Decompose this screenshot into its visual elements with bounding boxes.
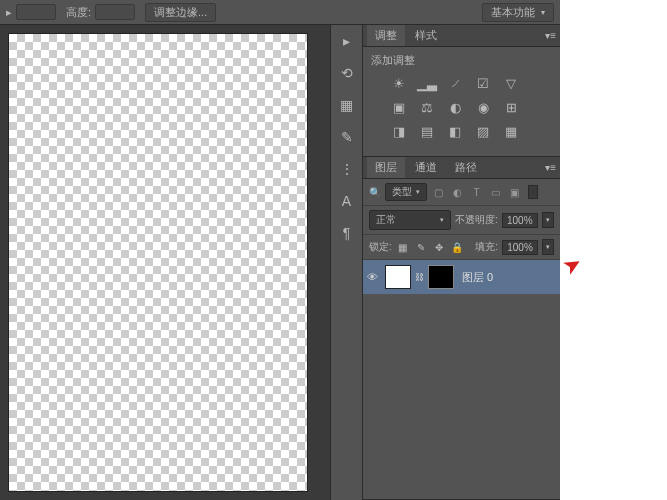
vibrance-icon[interactable]: ▽	[501, 74, 521, 92]
opacity-input[interactable]: 100%	[502, 213, 538, 228]
canvas-area	[0, 25, 330, 500]
add-adjustment-label: 添加调整	[371, 53, 552, 68]
channel-mixer-icon[interactable]: ⊞	[501, 98, 521, 116]
blend-mode-label: 正常	[376, 213, 396, 227]
width-input[interactable]	[16, 4, 56, 20]
workspace-label: 基本功能	[491, 5, 535, 20]
curves-icon[interactable]: ⟋	[445, 74, 465, 92]
filter-pixel-icon[interactable]: ▢	[431, 185, 446, 199]
levels-icon[interactable]: ▁▃	[417, 74, 437, 92]
posterize-icon[interactable]: ▤	[417, 122, 437, 140]
mask-link-icon[interactable]: ⛓	[415, 272, 424, 282]
brush-icon[interactable]: ✎	[337, 127, 357, 147]
layer-name-label[interactable]: 图层 0	[462, 270, 493, 285]
brightness-icon[interactable]: ☀	[389, 74, 409, 92]
filter-adjust-icon[interactable]: ◐	[450, 185, 465, 199]
photo-filter-icon[interactable]: ◉	[473, 98, 493, 116]
options-bar: ▸ 高度: 调整边缘... 基本功能	[0, 0, 560, 25]
swatches-icon[interactable]: ▦	[337, 95, 357, 115]
bw-icon[interactable]: ◐	[445, 98, 465, 116]
tab-adjustments[interactable]: 调整	[367, 25, 405, 46]
tab-channels[interactable]: 通道	[407, 157, 445, 178]
layer-list: 👁 ⛓ 图层 0	[363, 260, 560, 300]
selective-color-icon[interactable]: ▦	[501, 122, 521, 140]
paragraph-icon[interactable]: ¶	[337, 223, 357, 243]
filter-toggle[interactable]	[528, 185, 538, 199]
height-input[interactable]	[95, 4, 135, 20]
lock-all-icon[interactable]: 🔒	[450, 240, 464, 254]
filter-text-icon[interactable]: T	[469, 185, 484, 199]
balance-icon[interactable]: ⚖	[417, 98, 437, 116]
opacity-label: 不透明度:	[455, 213, 498, 227]
layer-row[interactable]: 👁 ⛓ 图层 0	[363, 260, 560, 294]
gradient-map-icon[interactable]: ▨	[473, 122, 493, 140]
character-icon[interactable]: A	[337, 191, 357, 211]
lock-label: 锁定:	[369, 240, 392, 254]
tab-paths[interactable]: 路径	[447, 157, 485, 178]
history-icon[interactable]: ⟲	[337, 63, 357, 83]
height-label: 高度:	[66, 5, 91, 20]
opacity-dropdown-icon[interactable]: ▾	[542, 212, 554, 228]
lock-transparent-icon[interactable]: ▦	[396, 240, 410, 254]
lock-position-icon[interactable]: ✥	[432, 240, 446, 254]
workspace-dropdown[interactable]: 基本功能	[482, 3, 554, 22]
tab-styles[interactable]: 样式	[407, 25, 445, 46]
fill-label: 填充:	[475, 240, 498, 254]
fill-input[interactable]: 100%	[502, 240, 538, 255]
lock-pixels-icon[interactable]: ✎	[414, 240, 428, 254]
layer-mask-thumbnail[interactable]	[428, 265, 454, 289]
invert-icon[interactable]: ◨	[389, 122, 409, 140]
exposure-icon[interactable]: ☑	[473, 74, 493, 92]
width-stepper-icon: ▸	[6, 6, 12, 19]
refine-edge-button[interactable]: 调整边缘...	[145, 3, 216, 22]
filter-search-icon: 🔍	[369, 187, 381, 198]
blend-mode-dropdown[interactable]: 正常	[369, 210, 451, 230]
layer-thumbnail[interactable]	[385, 265, 411, 289]
document-canvas[interactable]	[8, 33, 308, 492]
layers-panel: 图层 通道 路径 ▾≡ 🔍 类型 ▢ ◐ T ▭ ▣	[363, 157, 560, 500]
panel-menu-icon[interactable]: ▾≡	[545, 30, 556, 41]
brush-presets-icon[interactable]: ⋮	[337, 159, 357, 179]
threshold-icon[interactable]: ◧	[445, 122, 465, 140]
fill-dropdown-icon[interactable]: ▾	[542, 239, 554, 255]
layer-filter-type-dropdown[interactable]: 类型	[385, 183, 427, 201]
expand-icon[interactable]: ▸	[337, 31, 357, 51]
filter-shape-icon[interactable]: ▭	[488, 185, 503, 199]
visibility-icon[interactable]: 👁	[367, 271, 381, 283]
adjustments-panel: 调整 样式 ▾≡ 添加调整 ☀ ▁▃ ⟋ ☑ ▽ ▣ ⚖	[363, 25, 560, 157]
collapsed-panel-strip: ▸ ⟲ ▦ ✎ ⋮ A ¶	[330, 25, 362, 500]
tab-layers[interactable]: 图层	[367, 157, 405, 178]
filter-type-label: 类型	[392, 185, 412, 199]
hue-icon[interactable]: ▣	[389, 98, 409, 116]
layers-panel-menu-icon[interactable]: ▾≡	[545, 162, 556, 173]
annotation-arrow-icon: ➤	[558, 249, 587, 281]
filter-smart-icon[interactable]: ▣	[507, 185, 522, 199]
